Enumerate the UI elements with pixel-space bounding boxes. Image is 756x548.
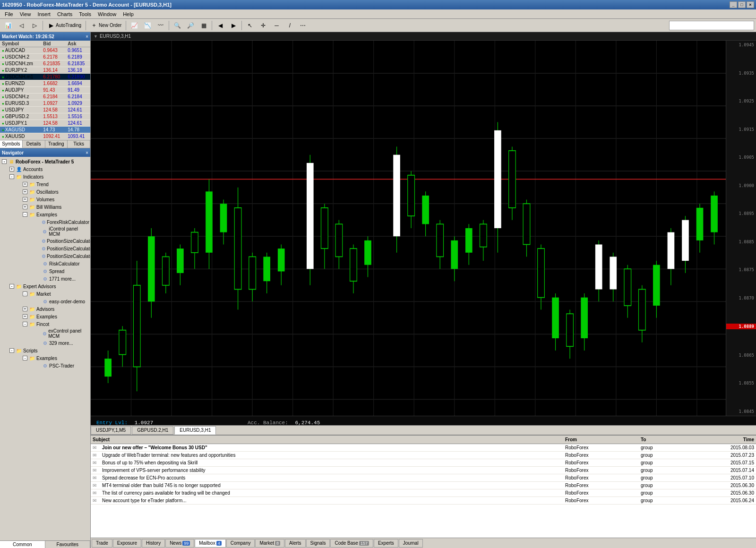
nav-indicators[interactable]: - 📁 Indicators	[9, 173, 89, 180]
nav-excontrol[interactable]: ⚙ exControl panel MCM	[41, 328, 89, 339]
terminal-tab-experts[interactable]: Experts	[374, 539, 398, 548]
nav-market[interactable]: - 📁 Market	[22, 290, 89, 298]
nav-scripts-examples[interactable]: - 📁 Examples	[22, 354, 89, 362]
market-watch-row[interactable]: ●USDCNH.zm 6.21835 6.21835	[0, 60, 90, 67]
tab-ticks[interactable]: Ticks	[68, 140, 90, 148]
nav-ea-examples[interactable]: + 📁 Examples	[22, 313, 89, 320]
nav-examples[interactable]: - 📁 Examples	[22, 211, 89, 218]
nav-market-expand[interactable]: -	[23, 291, 27, 296]
terminal-tab-news[interactable]: News99	[165, 539, 194, 548]
close-button[interactable]: ×	[747, 1, 754, 8]
nav-fincot[interactable]: - 📁 Fincot	[22, 320, 89, 328]
maximize-button[interactable]: □	[738, 1, 746, 8]
nav-psc-trader[interactable]: ⚙ PSC-Trader	[41, 362, 89, 369]
market-watch-row[interactable]: ●USDCNH.m1 6.21780 6.21890	[0, 74, 90, 80]
chart-btn2[interactable]: 📉	[141, 20, 154, 31]
nav-expert-advisors[interactable]: - 📁 Expert Advisors	[9, 283, 89, 290]
nav-root[interactable]: - 🖥 RoboForex - MetaTrader 5	[1, 158, 89, 165]
menu-charts[interactable]: Charts	[54, 10, 75, 18]
market-watch-row[interactable]: ●GBPUSD.2 1.5513 1.5516	[0, 113, 90, 120]
terminal-tab-company[interactable]: Company	[226, 539, 255, 548]
nav-scripts-expand[interactable]: -	[9, 348, 14, 353]
back-button[interactable]: ◁	[15, 20, 27, 31]
nav-forex-risk-calc[interactable]: ⚙ ForexRiskCalculator	[41, 218, 89, 226]
minimize-button[interactable]: _	[730, 1, 737, 8]
nav-oscillators-expand[interactable]: +	[23, 189, 27, 194]
draw-button[interactable]: /	[284, 20, 296, 31]
market-watch-close-button[interactable]: ×	[86, 34, 88, 39]
terminal-message-row[interactable]: ✉ Spread decrease for ECN-Pro accounts R…	[91, 474, 756, 482]
chart-container[interactable]: ▼ EURUSD,3,H1	[91, 32, 756, 425]
nav-more-indicators[interactable]: ⚙ 1771 more...	[41, 275, 89, 283]
market-watch-row[interactable]: ●USDCNH.2 6.2178 6.2189	[0, 54, 90, 60]
nav-pos-size-calc[interactable]: ⚙ PositionSizeCalculator	[41, 237, 89, 245]
nav-bill-williams-expand[interactable]: +	[23, 205, 27, 209]
nav-volumes[interactable]: + 📁 Volumes	[22, 196, 89, 203]
nav-easy-order[interactable]: ⚙ easy-order-demo	[41, 298, 89, 305]
terminal-tab-history[interactable]: History	[142, 539, 165, 548]
menu-insert[interactable]: Insert	[34, 10, 53, 18]
nav-volumes-expand[interactable]: +	[23, 197, 27, 202]
tab-trading[interactable]: Trading	[45, 140, 68, 148]
chart-tab-1[interactable]: GBPUSD.2,H1	[132, 426, 173, 435]
market-watch-row[interactable]: ●AUDJPY 91.43 91.49	[0, 87, 90, 94]
nav-more-ea[interactable]: ⚙ 329 more...	[41, 339, 89, 347]
terminal-message-row[interactable]: ✉ The list of currency pairs available f…	[91, 489, 756, 497]
nav-tab-common[interactable]: Common	[0, 541, 45, 548]
crosshair-button[interactable]: ✛	[257, 20, 269, 31]
nav-advisors-expand[interactable]: +	[23, 307, 27, 311]
line-button[interactable]: ─	[270, 20, 283, 31]
nav-scripts-ex-expand[interactable]: -	[23, 356, 27, 360]
nav-risk-calc[interactable]: ⚙ RiskCalculator	[41, 260, 89, 267]
terminal-message-row[interactable]: ✉ Join our new offer – "Welcome Bonus 30…	[91, 444, 756, 452]
nav-pos-size-sep[interactable]: ⚙ PositionSizeCalculator_Separa	[41, 252, 89, 260]
nav-icontrol[interactable]: ⚙ iControl panel MCM	[41, 226, 89, 237]
cursor-button[interactable]: ↖	[244, 20, 256, 31]
tab-symbols[interactable]: Symbols	[0, 140, 23, 148]
nav-bill-williams[interactable]: + 📁 Bill Williams	[22, 203, 89, 211]
terminal-message-row[interactable]: ✉ Improvement of VPS-server performance …	[91, 467, 756, 474]
nav-examples-expand[interactable]: -	[23, 212, 27, 217]
nav-scripts[interactable]: - 📁 Scripts	[9, 347, 89, 354]
terminal-tab-exposure[interactable]: Exposure	[113, 539, 141, 548]
terminal-tab-trade[interactable]: Trade	[92, 539, 112, 548]
tab-details[interactable]: Details	[23, 140, 45, 148]
chart-btn3[interactable]: 〰	[155, 20, 167, 31]
zoom-in-button[interactable]: 🔍	[171, 20, 183, 31]
nav-oscillators[interactable]: + 📁 Oscillators	[22, 188, 89, 196]
new-order-button[interactable]: + New Order	[88, 20, 124, 31]
market-watch-row[interactable]: ●USDJPY.1 124.58 124.61	[0, 120, 90, 127]
nav-spread[interactable]: ⚙ Spread	[41, 267, 89, 275]
scroll-left-button[interactable]: ◀	[214, 20, 226, 31]
market-watch-row[interactable]: ●EURJPY.2 136.14 136.18	[0, 67, 90, 74]
autotrading-button[interactable]: ▶ AutoTrading	[45, 20, 84, 31]
terminal-message-row[interactable]: ✉ MT4 terminal older than build 745 is n…	[91, 482, 756, 489]
nav-pos-size-main[interactable]: ⚙ PositionSizeCalculator_Main	[41, 245, 89, 252]
menu-tools[interactable]: Tools	[76, 10, 94, 18]
scroll-right-button[interactable]: ▶	[227, 20, 240, 31]
nav-ea-expand[interactable]: -	[9, 284, 14, 289]
terminal-tab-alerts[interactable]: Alerts	[285, 539, 306, 548]
market-watch-row[interactable]: ●EURNZD 1.6682 1.6694	[0, 80, 90, 87]
nav-indicators-expand[interactable]: -	[9, 174, 14, 179]
market-watch-row[interactable]: ●USDCNH.z 6.2184 6.2184	[0, 94, 90, 100]
market-watch-row[interactable]: ●XAUUSD 1092.41 1093.41	[0, 133, 90, 140]
navigator-close-button[interactable]: ×	[86, 150, 88, 155]
nav-accounts[interactable]: + 👤 Accounts	[9, 165, 89, 173]
nav-ea-examples-expand[interactable]: +	[23, 314, 27, 319]
terminal-tab-journal[interactable]: Journal	[399, 539, 423, 548]
new-chart-button[interactable]: 📊	[2, 20, 14, 31]
terminal-message-row[interactable]: ✉ Upgrade of WebTrader terminal: new fea…	[91, 452, 756, 459]
forward-button[interactable]: ▷	[28, 20, 41, 31]
market-watch-row[interactable]: ●USDJPY 124.58 124.61	[0, 107, 90, 113]
terminal-message-row[interactable]: ✉ Bonus of up to 75% when depositing via…	[91, 459, 756, 467]
nav-tab-favourites[interactable]: Favourites	[45, 541, 91, 548]
zoom-out-button[interactable]: 🔎	[184, 20, 197, 31]
terminal-tab-mailbox[interactable]: Mailbox4	[195, 539, 225, 548]
menu-file[interactable]: File	[2, 10, 16, 18]
terminal-tab-market[interactable]: Market8	[255, 539, 284, 548]
grid-button[interactable]: ▦	[198, 20, 210, 31]
menu-help[interactable]: Help	[120, 10, 137, 18]
nav-root-expand[interactable]: -	[2, 159, 7, 164]
more-tools-button[interactable]: ⋯	[297, 20, 309, 31]
